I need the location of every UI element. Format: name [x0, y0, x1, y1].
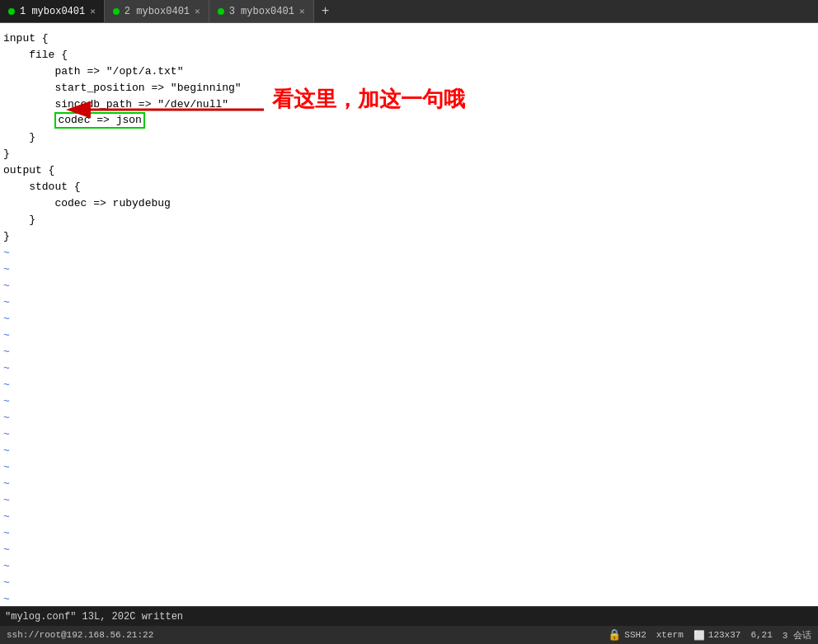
tilde-line-2: ~: [0, 261, 818, 277]
code-line-10: stdout {: [0, 178, 818, 195]
editor-area: input { file { path => "/opt/a.txt" star…: [0, 23, 818, 626]
size-label: 123x37: [708, 630, 741, 640]
tilde-line-11: ~: [0, 409, 818, 425]
tilde-line-17: ~: [0, 508, 818, 524]
code-line-5: sincedb_path => "/dev/null": [0, 96, 818, 112]
tilde-line-7: ~: [0, 343, 818, 360]
code-line-6: codec => json: [0, 112, 818, 129]
session-count: 3 会话: [783, 629, 811, 642]
bottom-right-items: 🔒 SSH2 xterm ⬜ 123x37 6,21 3 会话: [608, 628, 811, 642]
tab-label-1: 1 mybox0401: [20, 6, 85, 17]
terminal-symbol: ⬜: [693, 630, 705, 641]
tab-dot-3: [218, 8, 224, 15]
tilde-line-9: ~: [0, 376, 818, 393]
code-line-9: output {: [0, 162, 818, 178]
code-line-1: input {: [0, 30, 818, 46]
tilde-line-15: ~: [0, 475, 818, 491]
lock-icon: 🔒 SSH2: [608, 628, 646, 642]
tab-dot-1: [8, 8, 15, 15]
cursor-position: 6,21: [750, 630, 772, 640]
code-line-13: }: [0, 228, 818, 244]
lock-symbol: 🔒: [608, 628, 621, 642]
tilde-line-20: ~: [0, 557, 818, 574]
code-line-11: codec => rubydebug: [0, 195, 818, 211]
code-line-8: }: [0, 145, 818, 162]
new-tab-button[interactable]: +: [314, 0, 337, 22]
tilde-line-21: ~: [0, 574, 818, 590]
tilde-line-3: ~: [0, 277, 818, 294]
code-line-4: start_position => "beginning": [0, 79, 818, 96]
tab-label-2: 2 mybox0401: [125, 6, 190, 17]
tab-close-3[interactable]: ✕: [299, 6, 305, 16]
tilde-line-8: ~: [0, 360, 818, 376]
tab-close-1[interactable]: ✕: [90, 6, 96, 16]
tilde-line-14: ~: [0, 458, 818, 475]
tab-close-2[interactable]: ✕: [195, 6, 200, 16]
code-line-2: file {: [0, 46, 818, 63]
tilde-line-16: ~: [0, 491, 818, 508]
tab-bar: 1 mybox0401 ✕ 2 mybox0401 ✕ 3 mybox0401 …: [0, 0, 818, 23]
ssh2-label: SSH2: [624, 630, 646, 640]
tilde-line-4: ~: [0, 294, 818, 310]
tilde-line-19: ~: [0, 541, 818, 557]
code-container[interactable]: input { file { path => "/opt/a.txt" star…: [0, 23, 818, 606]
tilde-line-12: ~: [0, 425, 818, 442]
code-line-3: path => "/opt/a.txt": [0, 63, 818, 79]
bottom-bar: ssh://root@192.168.56.21:22 🔒 SSH2 xterm…: [0, 626, 818, 644]
tilde-line-1: ~: [0, 244, 818, 261]
code-line-12: }: [0, 211, 818, 228]
tab-dot-2: [113, 8, 120, 15]
status-message: "mylog.conf" 13L, 202C written: [5, 611, 183, 623]
tab-3[interactable]: 3 mybox0401 ✕: [209, 0, 314, 22]
highlighted-code: codec => json: [54, 112, 144, 129]
status-bar: "mylog.conf" 13L, 202C written: [0, 606, 818, 626]
tab-label-3: 3 mybox0401: [229, 6, 294, 17]
tilde-line-10: ~: [0, 393, 818, 409]
tilde-line-13: ~: [0, 442, 818, 458]
tab-1[interactable]: 1 mybox0401 ✕: [0, 0, 105, 22]
tilde-line-6: ~: [0, 327, 818, 343]
tab-2[interactable]: 2 mybox0401 ✕: [105, 0, 209, 22]
tilde-line-18: ~: [0, 524, 818, 541]
ssh-address: ssh://root@192.168.56.21:22: [7, 630, 153, 640]
xterm-label: xterm: [656, 630, 684, 640]
terminal-icon: ⬜ 123x37: [693, 630, 741, 641]
tilde-line-22: ~: [0, 590, 818, 606]
code-line-7: }: [0, 129, 818, 145]
tilde-line-5: ~: [0, 310, 818, 327]
